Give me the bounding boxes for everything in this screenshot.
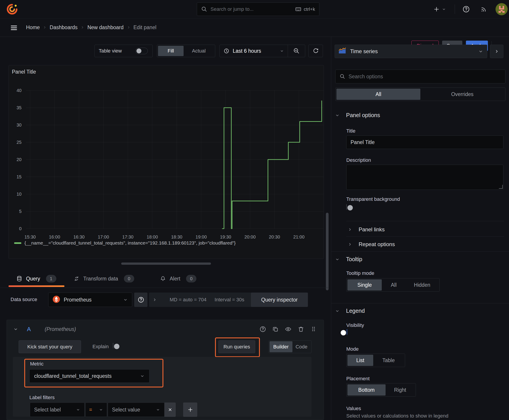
table-view-toggle[interactable] xyxy=(135,48,148,54)
tab-transform-count: 0 xyxy=(124,275,134,283)
metric-value: cloudflared_tunnel_total_requests xyxy=(34,373,140,379)
section-divider xyxy=(346,221,504,221)
chevron-down-icon xyxy=(76,407,80,412)
panel-options-header[interactable]: Panel options xyxy=(335,112,380,119)
query-help-icon[interactable] xyxy=(259,326,266,332)
duplicate-query-icon[interactable] xyxy=(272,326,279,332)
svg-text:35: 35 xyxy=(17,105,22,110)
grafana-logo[interactable] xyxy=(6,3,18,15)
legend-header[interactable]: Legend xyxy=(335,308,365,314)
chevron-down-icon xyxy=(99,407,103,412)
collapse-options-button[interactable] xyxy=(490,45,503,58)
panel-title-input[interactable] xyxy=(346,135,503,149)
horizontal-scrollbar[interactable] xyxy=(121,262,211,265)
collapse-query-icon[interactable] xyxy=(13,326,18,332)
news-icon[interactable] xyxy=(480,6,487,13)
code-option[interactable]: Code xyxy=(292,341,311,352)
select-label-dropdown[interactable]: Select label xyxy=(30,403,85,417)
tooltip-single-option[interactable]: Single xyxy=(347,279,382,291)
delete-query-icon[interactable] xyxy=(298,326,304,332)
svg-text:20:30: 20:30 xyxy=(269,234,280,239)
chevron-down-icon xyxy=(123,297,128,302)
hide-query-icon[interactable] xyxy=(285,326,292,332)
add-filter-button[interactable] xyxy=(183,403,197,417)
chevron-down-icon xyxy=(140,374,145,378)
legend-mode-label: Mode xyxy=(346,346,359,352)
all-overrides-segment: All Overrides xyxy=(335,88,505,101)
breadcrumb: Home Dashboards New dashboard Edit panel xyxy=(26,18,156,36)
query-tabs-bar: Query 1 Transform data 0 Alert 0 xyxy=(0,270,328,288)
prometheus-icon xyxy=(53,295,60,304)
panel-title[interactable]: Panel Title xyxy=(12,69,36,75)
panel-links-heading: Panel links xyxy=(359,226,385,233)
visibility-toggle[interactable] xyxy=(347,329,347,335)
chart-legend[interactable]: {__name__="cloudflared_tunnel_total_requ… xyxy=(14,240,236,246)
expand-stats-icon[interactable] xyxy=(152,297,157,302)
time-zoom-out-button[interactable] xyxy=(288,45,305,57)
label-filters-label: Label filters xyxy=(29,395,55,400)
query-ref-id[interactable]: A xyxy=(27,326,31,333)
datasource-name: Prometheus xyxy=(64,297,123,303)
refresh-button[interactable] xyxy=(308,45,323,57)
tab-query[interactable]: Query 1 xyxy=(16,270,56,287)
query-stats-strip: MD = auto = 704 Interval = 30s xyxy=(149,292,261,307)
keyboard-icon xyxy=(295,6,301,12)
repeat-options-header[interactable]: Repeat options xyxy=(347,241,395,248)
drag-handle-icon[interactable] xyxy=(310,326,317,332)
top-bar: Search or jump to... ctrl+k xyxy=(0,0,509,19)
tab-transform[interactable]: Transform data 0 xyxy=(73,270,134,287)
tooltip-hidden-option[interactable]: Hidden xyxy=(406,279,439,291)
svg-text:10: 10 xyxy=(17,192,22,196)
global-search[interactable]: Search or jump to... ctrl+k xyxy=(197,2,319,16)
tab-alert[interactable]: Alert 0 xyxy=(160,270,196,287)
legend-list-option[interactable]: List xyxy=(347,355,373,366)
tooltip-all-option[interactable]: All xyxy=(382,279,406,291)
placement-label: Placement xyxy=(346,376,370,382)
operator-dropdown[interactable]: = xyxy=(85,403,107,417)
time-range-picker[interactable]: Last 6 hours xyxy=(220,45,288,57)
legend-mode-segment: List Table xyxy=(346,354,405,367)
description-textarea[interactable] xyxy=(346,165,503,190)
help-icon[interactable] xyxy=(462,5,470,13)
explain-toggle[interactable] xyxy=(113,343,113,348)
breadcrumb-home[interactable]: Home xyxy=(26,24,40,30)
kick-start-query-button[interactable]: Kick start your query xyxy=(19,340,81,353)
tooltip-header[interactable]: Tooltip xyxy=(335,256,362,262)
search-options-input[interactable]: Search options xyxy=(335,69,505,83)
datasource-help-button[interactable] xyxy=(134,292,147,307)
legend-table-option[interactable]: Table xyxy=(373,355,404,366)
query-inspector-button[interactable]: Query inspector xyxy=(251,292,308,307)
table-view-control: Table view xyxy=(94,45,153,57)
viz-picker-button[interactable]: Time series xyxy=(335,45,487,58)
avatar[interactable] xyxy=(495,3,508,16)
chevron-right-icon xyxy=(347,227,352,232)
add-menu-button[interactable] xyxy=(433,5,446,14)
select-value-dropdown[interactable]: Select value xyxy=(108,403,165,417)
placement-bottom-option[interactable]: Bottom xyxy=(347,384,386,396)
panel-links-header[interactable]: Panel links xyxy=(347,226,385,233)
breadcrumb-dashboards[interactable]: Dashboards xyxy=(50,24,77,30)
fill-option[interactable]: Fill xyxy=(158,46,183,56)
section-divider xyxy=(346,236,504,236)
remove-filter-button[interactable] xyxy=(165,403,176,417)
chevron-down-icon xyxy=(442,7,446,11)
metric-select[interactable]: cloudflared_tunnel_total_requests xyxy=(29,369,150,383)
actual-option[interactable]: Actual xyxy=(183,46,214,56)
datasource-picker[interactable]: Prometheus xyxy=(48,292,132,307)
legend-series-label[interactable]: {__name__="cloudflared_tunnel_total_requ… xyxy=(24,240,236,246)
svg-text:21:00: 21:00 xyxy=(293,234,304,239)
query-datasource-hint: (Prometheus) xyxy=(45,326,76,332)
run-queries-button[interactable]: Run queries xyxy=(218,340,255,353)
menu-icon[interactable] xyxy=(10,24,18,32)
tab-all[interactable]: All xyxy=(336,89,420,100)
transform-icon xyxy=(73,276,80,282)
svg-text:19:00: 19:00 xyxy=(196,234,207,239)
select-label-placeholder: Select label xyxy=(34,407,76,413)
builder-option[interactable]: Builder xyxy=(270,341,292,352)
svg-text:19:30: 19:30 xyxy=(220,234,231,239)
legend-heading: Legend xyxy=(346,308,365,314)
tab-overrides[interactable]: Overrides xyxy=(420,89,504,100)
transparent-background-toggle[interactable] xyxy=(346,204,347,210)
placement-right-option[interactable]: Right xyxy=(386,384,415,396)
breadcrumb-new-dashboard[interactable]: New dashboard xyxy=(87,24,123,30)
